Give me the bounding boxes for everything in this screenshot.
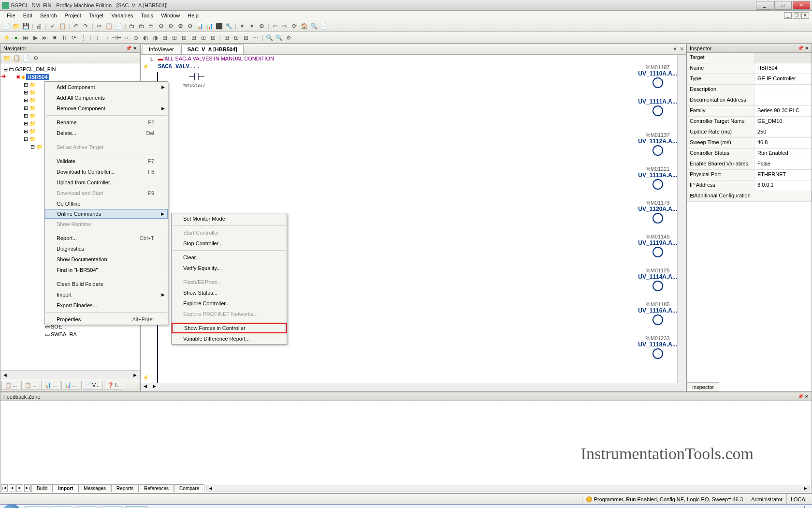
menu-item[interactable]: Show Documentation bbox=[45, 254, 168, 265]
tool-icon[interactable]: ⟳ bbox=[290, 22, 299, 30]
coil[interactable]: %M01149UV_1119A.A... bbox=[638, 234, 677, 258]
expand-icon[interactable]: ⊟ bbox=[3, 66, 8, 73]
menu-project[interactable]: Project bbox=[61, 12, 85, 19]
editor-scroll-v[interactable] bbox=[677, 55, 686, 383]
contact-symbol[interactable]: ─┤├─ bbox=[189, 73, 204, 80]
menu-item[interactable]: Remove Component▶ bbox=[45, 103, 168, 114]
tool-icon[interactable]: ⚙ bbox=[31, 54, 40, 62]
menu-item[interactable]: Online Commands▶ bbox=[45, 209, 168, 219]
tool-icon[interactable]: 📄 bbox=[2, 22, 11, 30]
tab-dropdown-icon[interactable]: ▼ bbox=[672, 46, 678, 52]
show-desktop-button[interactable] bbox=[804, 506, 808, 508]
property-value[interactable]: HBR504 bbox=[754, 63, 812, 74]
tool-icon[interactable]: ⚡ bbox=[2, 33, 11, 42]
feedback-tab-reports[interactable]: Reports bbox=[111, 484, 139, 492]
close-button[interactable]: ✕ bbox=[793, 1, 810, 10]
taskbar-explorer[interactable]: 📁 bbox=[24, 506, 47, 508]
coil[interactable]: %M01137UV_1112A.A... bbox=[638, 132, 677, 156]
feedback-tab-messages[interactable]: Messages bbox=[78, 484, 111, 492]
tool-icon[interactable]: 🗀 bbox=[137, 22, 146, 30]
property-value[interactable]: GE_DM10 bbox=[754, 117, 812, 127]
panel-pin-icon[interactable]: 📌 ✕ bbox=[798, 45, 809, 51]
tool-icon[interactable]: ⊞ bbox=[222, 33, 231, 42]
property-row[interactable]: Description bbox=[687, 85, 812, 95]
tool-icon[interactable]: 🔍 bbox=[265, 33, 274, 42]
menu-item[interactable]: Report...Ctrl+T bbox=[45, 233, 168, 243]
mdi-restore-button[interactable]: ❐ bbox=[793, 12, 800, 19]
menu-item[interactable]: Show Status... bbox=[172, 287, 287, 298]
nav-tab[interactable]: ❓I... bbox=[104, 381, 124, 390]
menu-edit[interactable]: Edit bbox=[19, 12, 36, 19]
coil[interactable]: %M01197UV_1110A.A... bbox=[638, 64, 677, 89]
property-value[interactable]: ETHERNET bbox=[754, 170, 812, 180]
tool-icon[interactable]: 🔧 bbox=[224, 22, 233, 30]
tool-icon[interactable]: ◑ bbox=[151, 33, 160, 42]
tool-icon[interactable]: ✦ bbox=[247, 22, 256, 30]
tool-icon[interactable]: 📄 bbox=[319, 22, 328, 30]
property-row[interactable]: Controller StatusRun Enabled bbox=[687, 149, 812, 159]
menu-item[interactable]: Add Component▶ bbox=[45, 82, 168, 92]
property-value[interactable]: 46.8 bbox=[754, 138, 812, 148]
coil[interactable]: %M01221UV_1113A.A... bbox=[638, 166, 677, 190]
coil[interactable]: UV_1111A.A... bbox=[638, 98, 677, 117]
tool-icon[interactable]: ⚙ bbox=[186, 22, 194, 30]
property-row[interactable]: IP Address3.0.0.1 bbox=[687, 180, 812, 191]
tool-icon[interactable]: 📁 bbox=[12, 22, 20, 30]
property-value[interactable] bbox=[754, 85, 812, 95]
nav-scroll-h[interactable]: ◄► bbox=[0, 370, 140, 379]
minimize-button[interactable]: _ bbox=[756, 1, 773, 10]
property-row[interactable]: Documentation Address bbox=[687, 95, 812, 106]
tool-icon[interactable]: ⚙ bbox=[257, 22, 266, 30]
tool-icon[interactable]: ▶ bbox=[31, 33, 40, 42]
property-value[interactable]: Series 90-30 PLC bbox=[754, 106, 812, 116]
tool-icon[interactable]: ⚙ bbox=[166, 22, 175, 30]
tool-icon[interactable]: 📊 bbox=[195, 22, 204, 30]
menu-item[interactable]: Set Monitor Mode bbox=[172, 213, 287, 224]
tool-icon[interactable]: ✂ bbox=[95, 22, 103, 30]
nav-tab[interactable]: 📄V... bbox=[81, 381, 103, 390]
tool-icon[interactable]: ⬛ bbox=[215, 22, 223, 30]
tool-icon[interactable]: ⚙ bbox=[176, 22, 185, 30]
tool-icon[interactable]: ↷ bbox=[81, 22, 90, 30]
property-value[interactable]: 250 bbox=[754, 127, 812, 137]
coil[interactable]: %M01125UV_1114A.A... bbox=[638, 268, 677, 292]
tool-icon[interactable]: ↶ bbox=[72, 22, 80, 30]
start-button[interactable]: ⊞ bbox=[2, 504, 21, 508]
menu-item[interactable]: Upload from Controller... bbox=[45, 177, 168, 188]
tool-icon[interactable]: ◐ bbox=[141, 33, 150, 42]
maximize-button[interactable]: □ bbox=[774, 1, 792, 10]
tool-icon[interactable]: ⇨ bbox=[280, 22, 289, 30]
expand-icon[interactable]: ⊞ bbox=[690, 193, 694, 198]
tool-icon[interactable]: ✦ bbox=[238, 22, 246, 30]
menu-target[interactable]: Target bbox=[85, 12, 108, 19]
feedback-tab-references[interactable]: References bbox=[139, 484, 174, 492]
inspector-expand-row[interactable]: ⊞Additional Configuration bbox=[687, 191, 812, 202]
property-value[interactable]: False bbox=[754, 159, 812, 169]
tool-icon[interactable]: 📋 bbox=[12, 54, 21, 62]
menu-item[interactable]: Variable Difference Report... bbox=[172, 333, 287, 344]
tool-icon[interactable]: ⇦ bbox=[271, 22, 279, 30]
tool-icon[interactable]: 📁 bbox=[2, 54, 11, 62]
editor-scroll-h[interactable]: ◄► bbox=[141, 383, 686, 391]
tab-nav-first[interactable]: |◄ bbox=[1, 484, 8, 492]
tool-icon[interactable]: 💾 bbox=[21, 22, 30, 30]
menu-file[interactable]: File bbox=[3, 12, 19, 19]
tool-icon[interactable]: ⊞ bbox=[170, 33, 179, 42]
menu-item[interactable]: Clear... bbox=[172, 252, 287, 263]
panel-pin-icon[interactable]: 📌 ✕ bbox=[798, 394, 809, 399]
property-row[interactable]: NameHBR504 bbox=[687, 63, 812, 74]
menu-item[interactable]: Stop Controller... bbox=[172, 238, 287, 249]
inspector-group-header[interactable]: Target bbox=[687, 53, 812, 63]
tool-icon[interactable]: ✓ bbox=[48, 22, 57, 30]
tool-icon[interactable]: ⊞ bbox=[209, 33, 218, 42]
menu-item[interactable]: ValidateF7 bbox=[45, 156, 168, 166]
menu-variables[interactable]: Variables bbox=[107, 12, 137, 19]
tool-icon[interactable]: ⊞ bbox=[232, 33, 241, 42]
tool-icon[interactable]: 📄 bbox=[22, 54, 30, 62]
tool-icon[interactable]: ■ bbox=[50, 33, 59, 42]
property-row[interactable]: Controller Target NameGE_DM10 bbox=[687, 117, 812, 127]
feedback-tab-build[interactable]: Build bbox=[31, 484, 53, 492]
coil[interactable]: %M01233UV_1118A.A... bbox=[638, 335, 677, 359]
nav-tab[interactable]: 📊... bbox=[41, 381, 60, 390]
menu-item[interactable]: RenameF2 bbox=[45, 117, 168, 128]
